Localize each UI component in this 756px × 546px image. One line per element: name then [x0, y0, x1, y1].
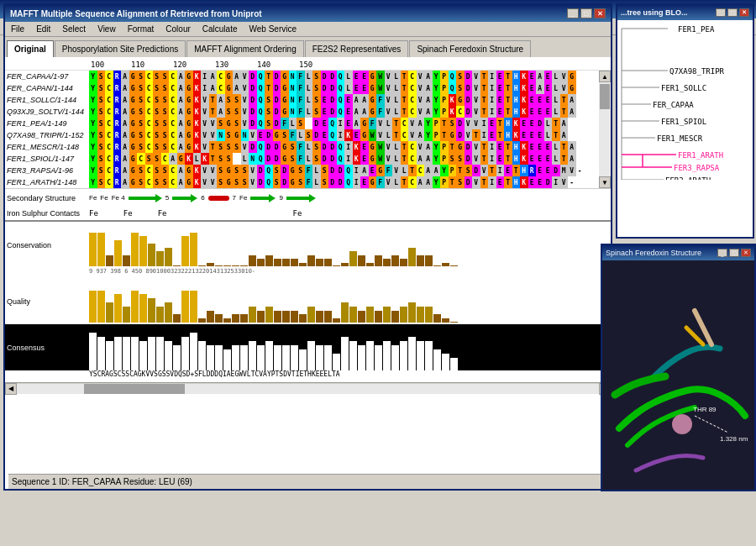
iron-fe1: Fe — [89, 209, 98, 218]
mafft-menu-colour[interactable]: Colour — [163, 24, 192, 34]
conservation-bar — [375, 255, 382, 267]
quality-bar — [257, 311, 265, 323]
consensus-bar — [307, 341, 315, 370]
mafft-menu-select[interactable]: Select — [60, 24, 88, 34]
scroll-up-button[interactable]: ▲ — [599, 71, 611, 82]
ss-label: Secondary Structure — [5, 194, 89, 202]
conservation-bar — [97, 233, 105, 267]
ss-fe3: Fe 4 — [112, 194, 125, 202]
ss-content: Fe Fe Fe 4 5 6 7 Fe — [89, 193, 316, 203]
consensus-bar — [198, 341, 206, 370]
consensus-bar — [433, 349, 441, 370]
consensus-bar — [333, 354, 340, 370]
mafft-window: MAFFT Multiple Sequence Alignment of Ret… — [3, 3, 612, 491]
sequence-row[interactable]: Q7XA98_TRIPR/1-152YSCRAGSCSSCAGKVVNSGNVE… — [5, 129, 599, 141]
tab-phosphorylation[interactable]: Phosporylation Site Predictions — [55, 40, 186, 57]
quality-bar — [131, 291, 139, 323]
sequence-row[interactable]: FER1_MESCR/1-148YSCRAGSCSSCAGKVTSSSVDQDD… — [5, 141, 599, 153]
conservation-bar — [240, 265, 248, 266]
horizontal-scrollbar[interactable]: ◀ ▶ — [5, 382, 611, 394]
conservation-bar — [433, 265, 441, 266]
iron-fe3: Fe — [158, 209, 167, 218]
conservation-bar — [400, 259, 407, 266]
quality-bar — [299, 314, 307, 323]
mafft-menu-calculate[interactable]: Calculate — [200, 24, 240, 34]
ss-arrow-1 — [129, 193, 162, 203]
quality-bar — [207, 311, 214, 323]
quality-bar — [181, 291, 189, 323]
sequence-name: FER_CAPAA/1-97 — [5, 72, 89, 81]
sequence-row[interactable]: FER1_ARATH/1-148YSCRAGSCSSCAGKVVSGSSVDQS… — [5, 176, 599, 188]
conservation-bar — [156, 251, 164, 266]
mafft-minimize-button[interactable]: _ — [567, 8, 579, 18]
quality-bar — [139, 294, 147, 323]
ss-arrow-2 — [172, 193, 197, 203]
tab-fe2s2[interactable]: FE2S2 Representatives — [305, 40, 409, 57]
tree-close-button[interactable]: ✕ — [739, 8, 749, 17]
iron-sulphur-row: Iron Sulphur Contacts Fe Fe Fe Fe — [5, 207, 611, 220]
conservation-bar — [232, 265, 239, 266]
mafft-maximize-button[interactable]: □ — [580, 8, 592, 18]
structure-maximize-button[interactable]: □ — [729, 249, 739, 257]
consensus-bar — [123, 337, 130, 370]
consensus-bar — [173, 345, 181, 370]
tab-spinach[interactable]: Spinach Feredoxin Structure — [409, 40, 531, 57]
consensus-text-row: YSCRAGSCSSCAGKVVSGSSVDQSD+SFLDDDQIAEGWVL… — [5, 370, 611, 382]
conservation-bar — [408, 248, 416, 267]
mafft-close-button[interactable]: ✕ — [594, 8, 606, 18]
scroll-down-button[interactable]: ▼ — [599, 176, 611, 188]
h-scroll-track[interactable] — [17, 384, 599, 394]
sequence-row[interactable]: FER3_RAPSA/1-96YSCRAGSCSSCAGKVVSGSSVDQSD… — [5, 165, 599, 176]
structure-minimize-button[interactable]: _ — [717, 249, 727, 257]
conservation-bar — [316, 259, 323, 266]
quality-bar — [89, 291, 97, 323]
tree-title-bar: ...tree using BLO... _ □ ✕ — [617, 5, 753, 20]
structure-content: THR 89 1.328 nm — [602, 260, 754, 490]
conservation-bar — [131, 233, 139, 267]
ss-fe2: Fe — [100, 194, 108, 202]
scroll-left-button[interactable]: ◀ — [5, 383, 17, 395]
consensus-bar — [181, 337, 189, 370]
mafft-menu-edit[interactable]: Edit — [34, 24, 53, 34]
mafft-menu-view[interactable]: View — [95, 24, 118, 34]
iron-fe2: Fe — [123, 209, 133, 218]
mafft-menu-file[interactable]: File — [8, 24, 27, 34]
tabs-bar: Original Phosporylation Site Predictions… — [5, 37, 611, 57]
sequence-row[interactable]: Q93XJ9_SOLTV/1-144YSCRAGSCSSCAGKVTASSVDQ… — [5, 106, 599, 118]
structure-close-button[interactable]: ✕ — [741, 249, 751, 257]
sequence-row[interactable]: FER_CAPAA/1-97YSCRAGSCSSCAGKIACGAVDQTDGN… — [5, 71, 599, 82]
sequence-row[interactable]: FER_CAPAN/1-144YSCRAGSCSSCAGKIACGAVDQTDG… — [5, 82, 599, 94]
tree-maximize-button[interactable]: □ — [727, 8, 738, 17]
sequence-row[interactable]: FER1_PEA/1-149YSCRAGSCSSCAGKVVSGSVDQSDFL… — [5, 118, 599, 129]
sequence-row[interactable]: FER1_SPIOL/1-147YSCRAGCSSCAGKLKTSS LNQDD… — [5, 153, 599, 165]
mafft-menu-format[interactable]: Format — [125, 24, 157, 34]
consensus-bar — [89, 333, 97, 370]
ss-arrow-3 — [250, 193, 276, 203]
status-text: Sequence 1 ID: FER_CAPAA Residue: LEU (6… — [12, 477, 192, 486]
svg-text:FER_CAPAA: FER_CAPAA — [653, 101, 694, 109]
quality-bar — [417, 307, 424, 323]
tree-minimize-button[interactable]: _ — [716, 8, 726, 17]
conservation-label: Conservation — [5, 222, 89, 268]
ss-arrow-4 — [286, 193, 316, 203]
mafft-menu-webservice[interactable]: Web Service — [247, 24, 300, 34]
structure-svg: THR 89 1.328 nm — [602, 260, 754, 490]
sequence-row[interactable]: FER1_SOLLC/1-144YSCRAGSCSSCAGKVTASSVDQSD… — [5, 94, 599, 106]
quality-bar — [223, 318, 231, 323]
structure-window: Spinach Feredoxin Structure _ □ ✕ THR 89 — [601, 244, 756, 491]
conservation-bar — [274, 259, 281, 266]
consensus-bar — [391, 345, 399, 370]
scroll-track-v[interactable] — [599, 82, 611, 176]
quality-bar — [408, 302, 416, 323]
vertical-scrollbar[interactable]: ▲ ▼ — [599, 71, 611, 188]
consensus-bar — [324, 345, 332, 370]
tab-mafft-ordering[interactable]: MAFFT Alignment Ordering — [186, 40, 304, 57]
quality-bar — [375, 311, 382, 323]
scroll-thumb-v[interactable] — [600, 84, 610, 109]
quality-section: Quality — [5, 278, 611, 324]
quality-bar — [97, 291, 105, 323]
svg-point-26 — [672, 414, 692, 434]
tab-original[interactable]: Original — [7, 40, 54, 57]
consensus-bar — [425, 341, 433, 370]
h-scroll-thumb[interactable] — [84, 384, 185, 394]
